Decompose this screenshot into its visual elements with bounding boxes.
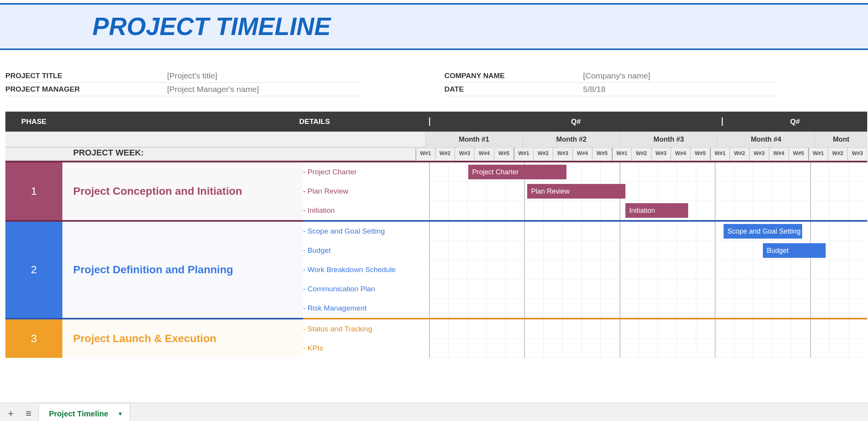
gantt-row[interactable] [429, 260, 867, 279]
gantt-row[interactable]: Project Charter [429, 162, 867, 182]
all-sheets-button[interactable]: ≡ [21, 406, 36, 421]
meta-label: DATE [444, 85, 583, 94]
phase-detail-item[interactable]: - Communication Plan [303, 279, 429, 299]
header-week-cell: W#5 [592, 148, 612, 161]
header-week-cell: W#2 [730, 148, 749, 161]
header-week-cell: W#4 [671, 148, 690, 161]
meta-row-project-title: PROJECT TITLE [Project's title] [5, 69, 360, 83]
meta-value[interactable]: [Project's title] [167, 71, 360, 80]
meta-row-project-manager: PROJECT MANAGER [Project Manager's name] [5, 83, 360, 96]
sheet-tab-label: Project Timeline [49, 409, 108, 418]
gantt-row[interactable]: Plan Review [429, 182, 867, 201]
timeline-table: PHASE DETAILS Q# Q# Month #1 Month #2 Mo… [5, 112, 867, 416]
header-week-cell: W#3 [749, 148, 769, 161]
header-week-cell: W#3 [553, 148, 573, 161]
header-week-cell: W#5 [494, 148, 514, 161]
chevron-down-icon: ▼ [117, 411, 123, 417]
gantt-area [429, 319, 867, 358]
phase-number: 3 [5, 319, 62, 358]
header-quarter-2: Q# [722, 117, 867, 126]
header-week-cell: W#4 [769, 148, 789, 161]
header-quarter-1: Q# [429, 117, 722, 126]
meta-label: PROJECT TITLE [5, 72, 167, 80]
header-week-cell: W#1 [514, 148, 533, 161]
menu-icon: ≡ [25, 408, 31, 419]
header-week-cell: W#4 [474, 148, 494, 161]
header-week-cell: W#4 [573, 148, 592, 161]
phase-detail-item[interactable]: - Budget [303, 241, 429, 260]
meta-value[interactable]: [Company's name] [583, 71, 776, 80]
gantt-row[interactable]: Budget [429, 241, 867, 260]
gantt-row[interactable] [429, 319, 867, 339]
phase-detail-item[interactable]: - Scope and Goal Setting [303, 222, 429, 241]
header-month: Mont [814, 132, 867, 148]
phase-detail-item[interactable]: - Initiation [303, 201, 429, 220]
meta-value[interactable]: 5/8/18 [583, 85, 776, 94]
phase-detail-item[interactable]: - Work Breakdown Schedule [303, 260, 429, 279]
header-week-cell: W#1 [612, 148, 632, 161]
gantt-bar[interactable]: Scope and Goal Setting [724, 224, 802, 239]
header-week-cell: W#1 [808, 148, 828, 161]
phase-detail-item[interactable]: - KPIs [303, 339, 429, 358]
header-week-cell: W#3 [651, 148, 671, 161]
header-details: DETAILS [62, 117, 429, 126]
project-week-label: PROJECT WEEK: [73, 148, 144, 158]
header-week-cell: W#2 [533, 148, 553, 161]
header-month: Month #2 [523, 132, 620, 148]
header-week-cell: W#1 [416, 148, 435, 161]
phase-block: 2Project Definition and Planning- Scope … [5, 222, 867, 319]
header-week-cell: W#2 [632, 148, 651, 161]
header-week-cell: W#5 [690, 148, 710, 161]
title-banner: PROJECT TIMELINE [0, 3, 868, 50]
header-week-cell: W#5 [789, 148, 808, 161]
add-sheet-button[interactable]: + [3, 406, 18, 421]
header-row-dark: PHASE DETAILS Q# Q# [5, 112, 867, 132]
meta-row-date: DATE 5/8/18 [444, 83, 776, 96]
header-week-cell: W#3 [848, 148, 867, 161]
header-row-weeks: PROJECT WEEK: W#1W#2W#3W#4W#5W#1W#2W#3W#… [5, 148, 867, 161]
gantt-bar[interactable]: Plan Review [527, 184, 625, 199]
meta-row-company-name: COMPANY NAME [Company's name] [444, 69, 776, 83]
gantt-bar[interactable]: Initiation [625, 203, 688, 218]
gantt-bar[interactable]: Project Charter [468, 165, 566, 179]
phase-title: Project Conception and Initiation [62, 161, 303, 222]
meta-fields: PROJECT TITLE [Project's title] PROJECT … [0, 50, 868, 112]
gantt-row[interactable] [429, 279, 867, 299]
phase-block: 3Project Launch & Execution- Status and … [5, 319, 867, 358]
phase-block: 1Project Conception and Initiation- Proj… [5, 161, 867, 222]
sheet-tab-active[interactable]: Project Timeline ▼ [39, 403, 130, 421]
phase-title: Project Launch & Execution [62, 319, 303, 358]
gantt-row[interactable] [429, 299, 867, 318]
document-title: PROJECT TIMELINE [92, 12, 868, 41]
header-week-cell: W#2 [435, 148, 455, 161]
header-row-months: Month #1 Month #2 Month #3 Month #4 Mont [5, 132, 867, 148]
gantt-area: Scope and Goal SettingBudget [429, 222, 867, 319]
header-month: Month #4 [717, 132, 814, 148]
phase-detail-item[interactable]: - Risk Management [303, 299, 429, 318]
phase-detail-item[interactable]: - Status and Tracking [303, 319, 429, 339]
phase-number: 1 [5, 161, 62, 222]
gantt-area: Project CharterPlan ReviewInitiation [429, 161, 867, 222]
meta-value[interactable]: [Project Manager's name] [167, 85, 360, 94]
gantt-row[interactable]: Scope and Goal Setting [429, 222, 867, 241]
gantt-row[interactable]: Initiation [429, 201, 867, 220]
meta-label: COMPANY NAME [444, 72, 583, 80]
phase-title: Project Definition and Planning [62, 222, 303, 319]
header-month: Month #3 [620, 132, 717, 148]
gantt-bar[interactable]: Budget [763, 243, 826, 258]
header-week-cell: W#1 [710, 148, 730, 161]
phase-detail-item[interactable]: - Plan Review [303, 182, 429, 201]
meta-label: PROJECT MANAGER [5, 85, 167, 94]
header-week-cell: W#3 [455, 148, 474, 161]
header-phase: PHASE [5, 117, 62, 126]
phase-number: 2 [5, 222, 62, 319]
header-week-cell: W#2 [828, 148, 848, 161]
gantt-row[interactable] [429, 339, 867, 358]
sheet-tab-bar: + ≡ Project Timeline ▼ [0, 403, 868, 421]
phase-detail-item[interactable]: - Project Charter [303, 162, 429, 182]
header-month: Month #1 [425, 132, 523, 148]
plus-icon: + [8, 408, 13, 419]
